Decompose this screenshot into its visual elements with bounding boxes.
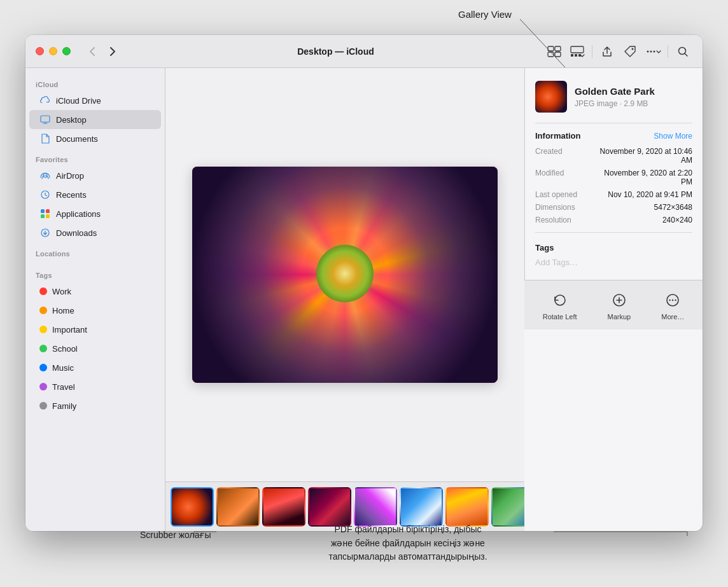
toolbar-right [545,42,692,61]
dimensions-row: Dimensions 5472×3648 [535,203,692,212]
svg-rect-5 [571,54,573,57]
last-opened-value: Nov 10, 2020 at 9:41 PM [608,190,692,199]
sidebar-item-icloud-drive[interactable]: iCloud Drive [29,91,161,110]
sidebar-item-tag-family[interactable]: Family [29,396,161,415]
information-header: Information Show More [535,131,692,141]
modified-label: Modified [535,169,586,177]
favorites-section-header: Favorites [25,148,165,166]
modified-value: November 9, 2020 at 2:20 PM [591,169,692,186]
sidebar-item-tag-home[interactable]: Home [29,301,161,320]
sidebar-item-applications[interactable]: Applications [29,204,161,223]
scrubber-thumb-4[interactable] [308,487,351,527]
airdrop-icon [39,170,51,181]
more-actions-icon [662,290,683,310]
music-tag-dot [39,364,47,371]
search-button[interactable] [673,42,692,61]
scrubber-thumb-6[interactable] [400,487,443,527]
scrubber-thumb-3[interactable] [262,487,305,527]
svg-rect-1 [548,52,554,57]
documents-icon [39,133,51,144]
file-title-area: Golden Gate Park JPEG image · 2.9 MB [575,85,655,108]
back-button[interactable] [83,43,101,60]
work-tag-label: Work [52,287,71,296]
svg-rect-16 [41,209,45,213]
sidebar-item-tag-important[interactable]: Important [29,320,161,339]
applications-label: Applications [56,209,101,219]
file-thumbnail [535,81,567,113]
downloads-label: Downloads [56,228,97,238]
quick-action-bar: Rotate Left Markup [524,280,703,329]
rotate-left-label: Rotate Left [543,313,577,321]
share-button[interactable] [598,42,617,61]
resolution-value: 240×240 [662,216,692,224]
rotate-left-icon [550,290,570,310]
important-tag-dot [39,326,47,333]
icloud-drive-icon [39,95,51,106]
home-tag-dot [39,307,47,314]
airdrop-label: AirDrop [56,171,84,181]
scrubber-thumb-7[interactable] [445,487,489,527]
tags-section-header: Tags [25,264,165,282]
gallery-main [165,68,524,481]
sidebar-item-documents[interactable]: Documents [29,129,161,148]
applications-icon [39,208,51,219]
file-name: Golden Gate Park [575,85,655,98]
show-more-button[interactable]: Show More [654,132,692,141]
sidebar-item-tag-work[interactable]: Work [29,282,161,301]
add-tags-placeholder[interactable]: Add Tags… [535,258,692,267]
last-opened-row: Last opened Nov 10, 2020 at 9:41 PM [535,190,692,199]
markup-button[interactable]: Markup [600,285,639,326]
forward-button[interactable] [104,43,122,60]
path-view-button[interactable] [545,42,564,61]
rotate-left-button[interactable]: Rotate Left [535,285,585,326]
minimize-button[interactable] [49,47,57,55]
scrubber-thumb-2[interactable] [216,487,260,527]
desktop-label: Desktop [56,115,87,125]
resolution-row: Resolution 240×240 [535,216,692,224]
sidebar-item-recents[interactable]: Recents [29,185,161,204]
created-value: November 9, 2020 at 10:46 AM [591,147,692,165]
family-tag-dot [39,402,47,410]
svg-point-10 [650,50,652,52]
svg-rect-0 [548,46,554,51]
sidebar: iCloud iCloud Drive Desktop [25,68,165,531]
more-actions-button[interactable]: More… [654,285,692,326]
gallery-image[interactable] [192,167,498,383]
svg-rect-17 [46,209,50,213]
scrubber-thumb-8[interactable] [491,487,524,527]
gallery-view-button[interactable] [568,42,587,61]
dimensions-value: 5472×3648 [654,203,692,212]
sidebar-item-downloads[interactable]: Downloads [29,223,161,242]
sidebar-item-tag-travel[interactable]: Travel [29,377,161,396]
toolbar-divider [592,45,592,58]
documents-label: Documents [56,134,98,144]
close-button[interactable] [36,47,44,55]
modified-row: Modified November 9, 2020 at 2:20 PM [535,169,692,186]
pdf-annotation: PDF файлдарын біріктіріңіз, дыбыс және б… [290,523,526,564]
svg-point-9 [647,50,649,52]
divider-1 [535,123,692,123]
maximize-button[interactable] [62,47,71,55]
information-title: Information [535,131,581,141]
svg-rect-6 [575,54,577,57]
sidebar-item-tag-school[interactable]: School [29,339,161,358]
nav-buttons [83,43,122,60]
recents-label: Recents [56,190,87,200]
downloads-icon [39,227,51,238]
tags-section: Tags Add Tags… [535,243,692,267]
file-preview-header: Golden Gate Park JPEG image · 2.9 MB [535,81,692,113]
travel-tag-dot [39,383,47,390]
sidebar-item-tag-music[interactable]: Music [29,358,161,377]
scrubber-thumb-5[interactable] [354,487,397,527]
travel-tag-label: Travel [52,382,75,392]
dimensions-label: Dimensions [535,203,586,212]
family-tag-label: Family [52,401,76,411]
info-panel: Golden Gate Park JPEG image · 2.9 MB Inf… [524,68,703,280]
sidebar-item-airdrop[interactable]: AirDrop [29,166,161,185]
scrubber-thumb-1[interactable] [171,487,214,527]
tags-button[interactable] [620,42,640,61]
svg-point-24 [672,299,673,300]
sidebar-item-desktop[interactable]: Desktop [29,110,161,129]
pdf-merge-text: PDF файлдарын біріктіріңіз, дыбыс және б… [328,524,487,562]
more-button[interactable] [643,42,662,61]
